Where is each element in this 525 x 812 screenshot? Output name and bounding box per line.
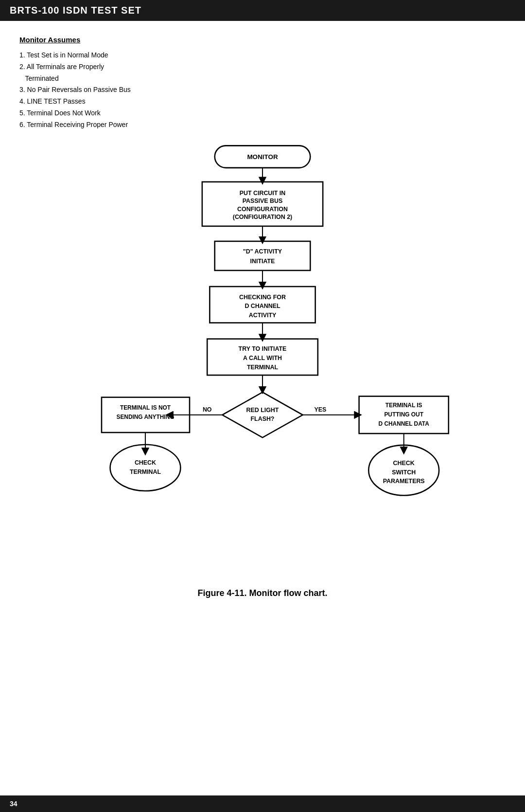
svg-text:(CONFIGURATION 2): (CONFIGURATION 2): [233, 214, 292, 220]
assumption-6: 6. Terminal Receiving Proper Power: [19, 119, 506, 131]
svg-text:CONFIGURATION: CONFIGURATION: [237, 205, 288, 212]
svg-text:SENDING ANYTHING: SENDING ANYTHING: [116, 414, 174, 420]
svg-text:PARAMETERS: PARAMETERS: [383, 478, 425, 485]
svg-text:TERMINAL IS: TERMINAL IS: [385, 402, 422, 409]
svg-text:SWITCH: SWITCH: [392, 469, 416, 475]
svg-text:FLASH?: FLASH?: [251, 415, 275, 422]
assumption-5: 5. Terminal Does Not Work: [19, 108, 506, 119]
flowchart-svg: MONITOR PUT CIRCUIT IN PASSIVE BUS CONFI…: [19, 141, 506, 578]
svg-text:CHECK: CHECK: [393, 460, 415, 467]
page-number: 34: [10, 800, 18, 808]
svg-text:TERMINAL: TERMINAL: [130, 468, 161, 475]
svg-text:NO: NO: [203, 406, 212, 413]
svg-text:ACTIVITY: ACTIVITY: [249, 312, 277, 319]
svg-text:A CALL WITH: A CALL WITH: [243, 355, 282, 361]
svg-text:D CHANNEL: D CHANNEL: [245, 303, 280, 309]
svg-text:PUT CIRCUIT IN: PUT CIRCUIT IN: [240, 189, 285, 196]
svg-text:MONITOR: MONITOR: [247, 153, 278, 161]
assumption-2: 2. All Terminals are Properly Terminated: [19, 61, 506, 85]
monitor-assumes-section: Monitor Assumes 1. Test Set is in Normal…: [19, 36, 506, 131]
assumption-3: 3. No Pair Reversals on Passive Bus: [19, 84, 506, 96]
svg-text:YES: YES: [315, 406, 327, 413]
assumptions-list: 1. Test Set is in Normal Mode 2. All Ter…: [19, 50, 506, 131]
flowchart-area: MONITOR PUT CIRCUIT IN PASSIVE BUS CONFI…: [19, 141, 506, 578]
svg-text:TERMINAL: TERMINAL: [247, 363, 279, 370]
main-content: Monitor Assumes 1. Test Set is in Normal…: [0, 21, 525, 637]
svg-text:TERMINAL IS NOT: TERMINAL IS NOT: [120, 404, 171, 411]
svg-text:"D" ACTIVITY: "D" ACTIVITY: [243, 248, 282, 254]
svg-rect-9: [215, 241, 311, 270]
figure-caption: Figure 4-11. Monitor flow chart.: [19, 588, 506, 598]
svg-text:TRY TO INITIATE: TRY TO INITIATE: [239, 345, 287, 352]
svg-marker-23: [222, 392, 303, 437]
svg-text:RED LIGHT: RED LIGHT: [246, 406, 279, 413]
svg-text:INITIATE: INITIATE: [250, 258, 275, 265]
svg-text:PUTTING OUT: PUTTING OUT: [384, 411, 423, 417]
svg-text:CHECKING FOR: CHECKING FOR: [239, 293, 286, 300]
header-bar: BRTS-100 ISDN TEST SET: [0, 0, 525, 21]
footer: 34: [0, 795, 525, 812]
svg-text:CHECK: CHECK: [135, 459, 156, 466]
svg-text:PASSIVE BUS: PASSIVE BUS: [243, 198, 283, 204]
monitor-assumes-title: Monitor Assumes: [19, 36, 506, 44]
svg-text:D CHANNEL DATA: D CHANNEL DATA: [379, 420, 430, 427]
assumption-1: 1. Test Set is in Normal Mode: [19, 50, 506, 61]
header-title: BRTS-100 ISDN TEST SET: [10, 5, 141, 16]
assumption-4: 4. LINE TEST Passes: [19, 96, 506, 108]
